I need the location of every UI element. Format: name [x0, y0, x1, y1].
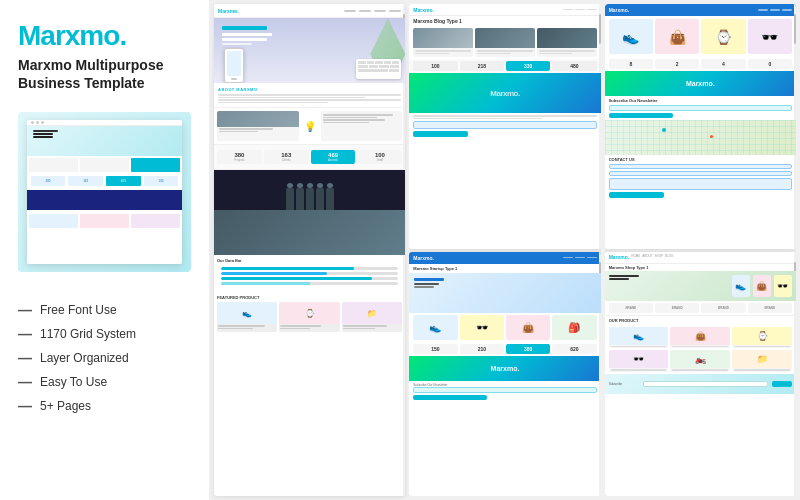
- startup-hero: [409, 273, 600, 313]
- shop-logos-row: BRAND BRAND BRAND BRAND: [605, 301, 796, 316]
- startup-stat: 620: [552, 344, 596, 354]
- stat-num: 100: [415, 63, 455, 69]
- startup-product: 🕶️: [460, 315, 504, 340]
- keyboard-row: [358, 69, 399, 72]
- contact-email-field[interactable]: [609, 171, 792, 176]
- blog-image: [537, 28, 597, 48]
- meeting-image: [214, 210, 405, 255]
- feature-item-pages: — 5+ Pages: [18, 394, 191, 418]
- startup-stat: 0: [748, 59, 792, 69]
- brand-name-text: BRAND: [625, 306, 636, 310]
- shoe-image: 👟: [217, 302, 277, 324]
- mini-hero-text: [33, 130, 58, 139]
- feature-dash-icon: —: [18, 303, 32, 317]
- stat-num: 330: [508, 63, 548, 69]
- phone-screen: [227, 51, 241, 76]
- shop-nav-item: BLOG: [665, 254, 673, 260]
- brand-name-text: BRAND: [672, 306, 683, 310]
- featured-label: FEATURED PRODUCT: [217, 295, 402, 300]
- product-glasses-img: 🕶️: [748, 19, 792, 54]
- startup1-logo: Marxmo.: [609, 7, 630, 13]
- mini-hero: [27, 126, 183, 156]
- contact-message-field[interactable]: [609, 178, 792, 190]
- person-silhouette: [326, 188, 334, 210]
- subscribe-button[interactable]: [609, 113, 673, 118]
- keyboard-rows: [356, 59, 401, 74]
- nav-item: [575, 257, 585, 259]
- contact-submit-button[interactable]: [609, 192, 664, 198]
- col1-hero-image: [214, 18, 405, 83]
- col1-stats-row: 380 Projects 163 Clients 469 Awards 100: [214, 144, 405, 170]
- blog-section-title: Marxmo Blog Type 1: [409, 16, 600, 26]
- feature-item-grid: — 1170 Grid System: [18, 322, 191, 346]
- stat-box: 380 Projects: [217, 150, 262, 164]
- scroll-thumb: [794, 14, 796, 44]
- startup-product: 👟: [413, 315, 457, 340]
- progress-item: [221, 282, 398, 285]
- product-text-line: [611, 369, 667, 371]
- stat-num: 2: [657, 61, 697, 67]
- startup-stat: 4: [701, 59, 745, 69]
- col1-chart-section: Our Data Bar: [214, 255, 405, 292]
- subscribe-input[interactable]: [413, 387, 596, 393]
- keyboard-row: [358, 61, 399, 64]
- blog-image: [475, 28, 535, 48]
- hero-subtitle-line: [222, 43, 252, 45]
- text-line: [539, 50, 595, 52]
- product-text-line: [672, 369, 728, 371]
- map-grid: [605, 120, 796, 155]
- newsletter-subscribe-button[interactable]: [413, 131, 468, 137]
- col1-navbar: Marxmo.: [214, 4, 405, 18]
- feature-dash-icon: —: [18, 399, 32, 413]
- text-line: [477, 53, 510, 55]
- progress-item: [221, 272, 398, 275]
- keyboard-row: [358, 65, 399, 68]
- startup-stat: 8: [609, 59, 653, 69]
- card-text: [217, 127, 299, 134]
- phone-home-button: [231, 78, 237, 80]
- product-shoe-img: 👟: [609, 19, 653, 54]
- mini-products: [27, 212, 183, 230]
- hero-title-line1: [222, 33, 272, 36]
- newsletter-input-field[interactable]: [413, 121, 596, 129]
- col1-nav-items: [344, 10, 401, 12]
- key: [358, 65, 368, 68]
- subscribe-input[interactable]: [609, 105, 792, 111]
- product-glasses-img: 🕶️: [609, 350, 669, 368]
- col1-nav-item: [359, 10, 371, 12]
- stat-label: Staff: [359, 158, 400, 162]
- shop-subscribe-button[interactable]: [772, 381, 792, 387]
- hero-glasses: 🕶️: [774, 275, 792, 297]
- blog-card: [537, 28, 597, 57]
- blog-card-body: [413, 48, 473, 57]
- mini-team: [27, 190, 183, 210]
- hero-title-line2: [222, 38, 267, 41]
- watch-image: ⌚: [279, 302, 339, 324]
- feature-dash-icon: —: [18, 327, 32, 341]
- feature-item-free-font: — Free Font Use: [18, 298, 191, 322]
- nav-item: [758, 9, 768, 11]
- subscribe-title: Subscribe Our Newsletter: [609, 98, 792, 103]
- feature-label-pages: 5+ Pages: [40, 399, 91, 413]
- mini-product-shoe: [29, 214, 78, 228]
- col2-stats-row: 100 218 330 480: [409, 59, 600, 73]
- key: [375, 61, 382, 64]
- progress-fill: [221, 272, 327, 275]
- col1-hero-text-overlay: [222, 26, 272, 47]
- nav-item: [563, 257, 573, 259]
- blog-card: [413, 28, 473, 57]
- feature-label-easy-use: Easy To Use: [40, 375, 107, 389]
- startup-gradient-logo: Marxmo.: [491, 365, 520, 372]
- mini-card-highlight: [131, 158, 180, 172]
- shop-subscribe-input[interactable]: [643, 381, 768, 387]
- stat-num: 4: [703, 61, 743, 67]
- newsletter-title-line: [413, 115, 596, 117]
- startup-gradient-section: Marxmo.: [409, 356, 600, 381]
- startup-hero-text: [414, 278, 444, 288]
- subscribe-button[interactable]: [413, 395, 486, 400]
- mini-nav-dot: [31, 121, 34, 124]
- col2-blog-template: Marxmo. Marxmo Blog Type 1: [409, 4, 600, 249]
- about-label: ABOUT MARXMO: [218, 87, 401, 92]
- subscribe-text: Subscribe: [609, 382, 639, 386]
- contact-name-field[interactable]: [609, 164, 792, 169]
